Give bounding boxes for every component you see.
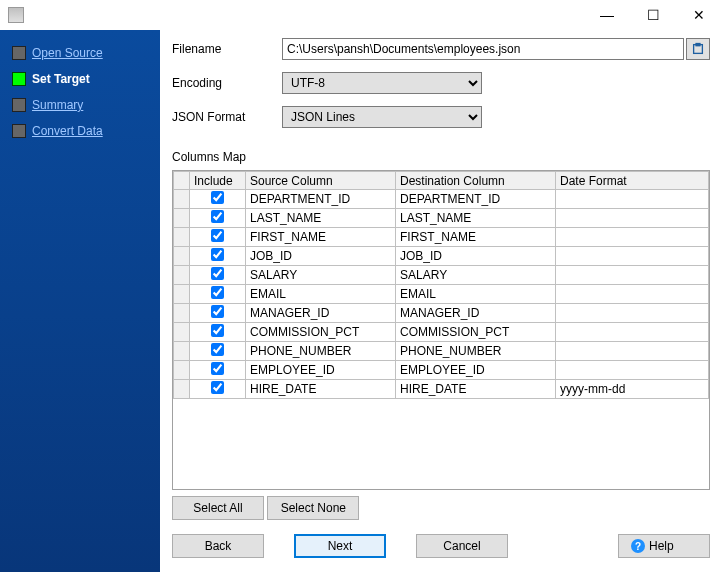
row-handle[interactable] xyxy=(174,247,190,266)
table-row[interactable]: MANAGER_IDMANAGER_ID xyxy=(174,304,709,323)
date-format-cell[interactable] xyxy=(556,247,709,266)
next-button[interactable]: Next xyxy=(294,534,386,558)
filename-input[interactable] xyxy=(282,38,684,60)
date-format-cell[interactable] xyxy=(556,285,709,304)
source-cell[interactable]: MANAGER_ID xyxy=(246,304,396,323)
include-checkbox[interactable] xyxy=(211,343,224,356)
back-button[interactable]: Back xyxy=(172,534,264,558)
include-checkbox[interactable] xyxy=(211,210,224,223)
source-cell[interactable]: SALARY xyxy=(246,266,396,285)
table-row[interactable]: PHONE_NUMBERPHONE_NUMBER xyxy=(174,342,709,361)
table-row[interactable]: SALARYSALARY xyxy=(174,266,709,285)
table-row[interactable]: LAST_NAMELAST_NAME xyxy=(174,209,709,228)
destination-cell[interactable]: JOB_ID xyxy=(396,247,556,266)
source-cell[interactable]: HIRE_DATE xyxy=(246,380,396,399)
row-handle[interactable] xyxy=(174,323,190,342)
date-format-cell[interactable] xyxy=(556,209,709,228)
table-row[interactable]: COMMISSION_PCTCOMMISSION_PCT xyxy=(174,323,709,342)
destination-cell[interactable]: COMMISSION_PCT xyxy=(396,323,556,342)
titlebar[interactable]: — ☐ ✕ xyxy=(0,0,722,30)
step-set-target[interactable]: Set Target xyxy=(0,66,160,92)
include-cell[interactable] xyxy=(190,323,246,342)
encoding-select[interactable]: UTF-8 xyxy=(282,72,482,94)
source-cell[interactable]: LAST_NAME xyxy=(246,209,396,228)
include-checkbox[interactable] xyxy=(211,381,224,394)
table-row[interactable]: DEPARTMENT_IDDEPARTMENT_ID xyxy=(174,190,709,209)
maximize-button[interactable]: ☐ xyxy=(630,0,676,30)
help-button[interactable]: ? Help xyxy=(618,534,710,558)
row-handle[interactable] xyxy=(174,209,190,228)
date-format-cell[interactable] xyxy=(556,342,709,361)
include-checkbox[interactable] xyxy=(211,362,224,375)
date-format-cell[interactable] xyxy=(556,304,709,323)
source-cell[interactable]: FIRST_NAME xyxy=(246,228,396,247)
destination-cell[interactable]: DEPARTMENT_ID xyxy=(396,190,556,209)
destination-cell[interactable]: SALARY xyxy=(396,266,556,285)
date-format-cell[interactable]: yyyy-mm-dd xyxy=(556,380,709,399)
include-cell[interactable] xyxy=(190,361,246,380)
source-cell[interactable]: EMPLOYEE_ID xyxy=(246,361,396,380)
include-cell[interactable] xyxy=(190,342,246,361)
step-open-source[interactable]: Open Source xyxy=(0,40,160,66)
include-cell[interactable] xyxy=(190,266,246,285)
include-cell[interactable] xyxy=(190,190,246,209)
row-handle[interactable] xyxy=(174,304,190,323)
include-cell[interactable] xyxy=(190,209,246,228)
row-handle[interactable] xyxy=(174,380,190,399)
columns-grid[interactable]: Include Source Column Destination Column… xyxy=(172,170,710,490)
date-format-cell[interactable] xyxy=(556,323,709,342)
date-format-cell[interactable] xyxy=(556,190,709,209)
destination-header[interactable]: Destination Column xyxy=(396,172,556,190)
source-header[interactable]: Source Column xyxy=(246,172,396,190)
source-cell[interactable]: PHONE_NUMBER xyxy=(246,342,396,361)
include-checkbox[interactable] xyxy=(211,229,224,242)
table-row[interactable]: HIRE_DATEHIRE_DATEyyyy-mm-dd xyxy=(174,380,709,399)
include-checkbox[interactable] xyxy=(211,267,224,280)
row-handle[interactable] xyxy=(174,361,190,380)
source-cell[interactable]: JOB_ID xyxy=(246,247,396,266)
table-row[interactable]: JOB_IDJOB_ID xyxy=(174,247,709,266)
include-cell[interactable] xyxy=(190,380,246,399)
browse-button[interactable] xyxy=(686,38,710,60)
step-convert-data[interactable]: Convert Data xyxy=(0,118,160,144)
destination-cell[interactable]: PHONE_NUMBER xyxy=(396,342,556,361)
table-row[interactable]: EMAILEMAIL xyxy=(174,285,709,304)
json-format-select[interactable]: JSON Lines xyxy=(282,106,482,128)
row-handle[interactable] xyxy=(174,266,190,285)
minimize-button[interactable]: — xyxy=(584,0,630,30)
include-cell[interactable] xyxy=(190,304,246,323)
table-row[interactable]: FIRST_NAMEFIRST_NAME xyxy=(174,228,709,247)
date-format-cell[interactable] xyxy=(556,361,709,380)
date-format-header[interactable]: Date Format xyxy=(556,172,709,190)
destination-cell[interactable]: HIRE_DATE xyxy=(396,380,556,399)
row-handle[interactable] xyxy=(174,342,190,361)
close-button[interactable]: ✕ xyxy=(676,0,722,30)
table-row[interactable]: EMPLOYEE_IDEMPLOYEE_ID xyxy=(174,361,709,380)
source-cell[interactable]: EMAIL xyxy=(246,285,396,304)
include-checkbox[interactable] xyxy=(211,324,224,337)
include-checkbox[interactable] xyxy=(211,286,224,299)
source-cell[interactable]: DEPARTMENT_ID xyxy=(246,190,396,209)
destination-cell[interactable]: EMAIL xyxy=(396,285,556,304)
include-checkbox[interactable] xyxy=(211,305,224,318)
include-header[interactable]: Include xyxy=(190,172,246,190)
step-summary[interactable]: Summary xyxy=(0,92,160,118)
select-all-button[interactable]: Select All xyxy=(172,496,264,520)
cancel-button[interactable]: Cancel xyxy=(416,534,508,558)
include-cell[interactable] xyxy=(190,228,246,247)
row-handle[interactable] xyxy=(174,285,190,304)
destination-cell[interactable]: EMPLOYEE_ID xyxy=(396,361,556,380)
select-none-button[interactable]: Select None xyxy=(267,496,359,520)
row-handle[interactable] xyxy=(174,228,190,247)
row-handle[interactable] xyxy=(174,190,190,209)
date-format-cell[interactable] xyxy=(556,228,709,247)
destination-cell[interactable]: MANAGER_ID xyxy=(396,304,556,323)
destination-cell[interactable]: FIRST_NAME xyxy=(396,228,556,247)
include-cell[interactable] xyxy=(190,247,246,266)
include-checkbox[interactable] xyxy=(211,248,224,261)
include-checkbox[interactable] xyxy=(211,191,224,204)
destination-cell[interactable]: LAST_NAME xyxy=(396,209,556,228)
source-cell[interactable]: COMMISSION_PCT xyxy=(246,323,396,342)
date-format-cell[interactable] xyxy=(556,266,709,285)
include-cell[interactable] xyxy=(190,285,246,304)
